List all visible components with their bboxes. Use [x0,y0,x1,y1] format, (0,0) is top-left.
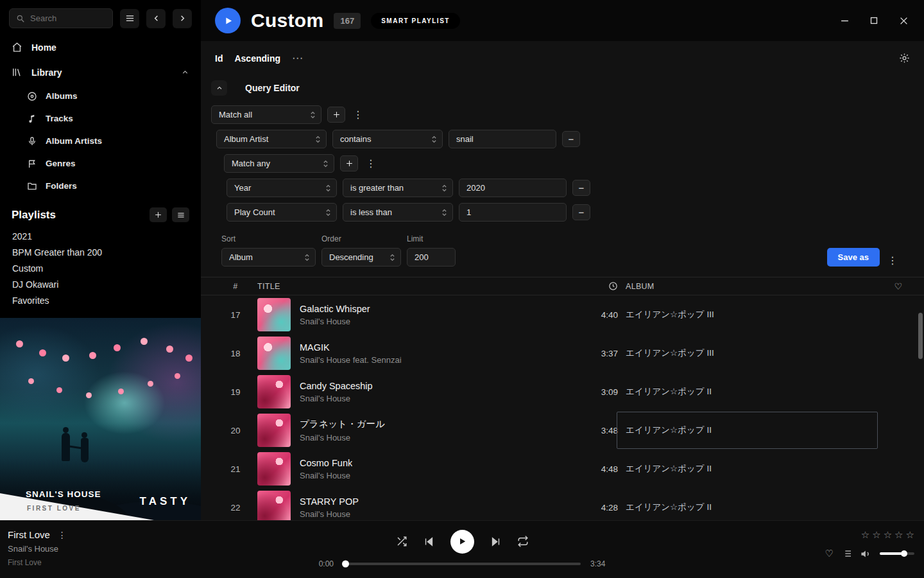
sidebar-item-album-artists[interactable]: Album Artists [0,130,201,152]
track-title[interactable]: MAGIK [300,342,402,353]
result-order-select[interactable]: Descending [321,248,401,267]
track-album[interactable]: エイリアン☆ポップ II [626,463,878,475]
settings-button[interactable] [899,53,910,64]
close-button[interactable] [897,14,910,27]
sidebar-item-tracks[interactable]: Tracks [0,107,201,130]
track-title[interactable]: プラネット・ガール [300,418,385,430]
add-rule-button[interactable] [340,155,358,171]
star-icon[interactable]: ☆ [894,529,903,541]
column-header-index[interactable]: # [221,282,250,291]
rule-value-input[interactable] [449,130,556,148]
playlist-item[interactable]: DJ Okawari [0,277,201,293]
group-options-button[interactable]: ⋮ [351,109,365,121]
track-title[interactable]: STARRY POP [300,496,359,507]
playlist-item[interactable]: Favorites [0,293,201,309]
track-artist[interactable]: Snail's House [300,509,359,519]
group-options-button[interactable]: ⋮ [364,157,378,170]
table-row[interactable]: 17 Galactic Whisper Snail's House 4:40 エ… [201,295,924,334]
table-row[interactable]: 18 MAGIK Snail's House feat. Sennzai 3:3… [201,334,924,372]
track-title[interactable]: Galactic Whisper [300,304,370,314]
match-type-select[interactable]: Match all [211,105,321,124]
volume-slider-thumb[interactable] [901,550,907,557]
table-row[interactable]: 19 Candy Spaceship Snail's House 3:09 エイ… [201,372,924,411]
now-playing-album[interactable]: First Love [8,558,67,567]
rule-value-input[interactable] [459,179,567,197]
match-type-select[interactable]: Match any [224,154,334,173]
playlist-list-options-button[interactable] [172,207,189,222]
remove-rule-button[interactable]: − [562,131,580,147]
table-row[interactable]: 22 STARRY POP Snail's House 4:28 エイリアン☆ポ… [201,488,924,520]
add-playlist-button[interactable] [150,207,167,222]
track-album[interactable]: エイリアン☆ポップ III [626,309,878,320]
track-artist[interactable]: Snail's House feat. Sennzai [300,355,402,365]
rule-operator-select[interactable]: is less than [343,203,453,222]
result-sort-select[interactable]: Album [221,248,316,267]
rule-operator-select[interactable]: contains [332,130,443,148]
track-artist[interactable]: Snail's House [300,433,385,442]
column-header-favorite[interactable]: ♡ [886,281,911,292]
collapse-query-editor-button[interactable] [211,80,227,96]
sidebar-item-folders[interactable]: Folders [0,175,201,197]
sidebar-item-library[interactable]: Library [0,60,201,85]
menu-button[interactable] [120,9,139,28]
now-playing-album-art[interactable]: SNAIL'S HOUSE FIRST LOVE TASTY [0,318,201,520]
playlist-item[interactable]: 2021 [0,229,201,245]
limit-input[interactable] [407,248,456,267]
sidebar-item-home[interactable]: Home [0,35,201,60]
rule-field-select[interactable]: Album Artist [216,130,327,148]
rule-operator-select[interactable]: is greater than [343,179,453,197]
track-title[interactable]: Candy Spaceship [300,381,373,391]
sidebar-item-albums[interactable]: Albums [0,85,201,107]
rule-field-select[interactable]: Play Count [227,203,337,222]
star-icon[interactable]: ☆ [861,529,869,541]
play-pause-button[interactable] [450,530,474,554]
queue-button[interactable] [842,548,852,559]
star-icon[interactable]: ☆ [884,529,892,541]
add-rule-button[interactable] [327,107,345,123]
star-icon[interactable]: ☆ [872,529,880,541]
column-header-title[interactable]: TITLE [257,282,563,291]
column-header-album[interactable]: ALBUM [626,282,878,291]
next-button[interactable] [490,536,501,547]
track-title[interactable]: Cosmo Funk [300,458,352,468]
track-album[interactable]: エイリアン☆ポップ II [626,386,878,398]
play-playlist-button[interactable] [215,8,241,33]
now-playing-artist[interactable]: Snail's House [8,544,67,554]
track-artist[interactable]: Snail's House [300,317,370,326]
playlist-item[interactable]: Custom [0,261,201,277]
scrollbar-thumb[interactable] [918,313,923,359]
track-album[interactable]: エイリアン☆ポップ III [626,347,878,359]
favorite-button[interactable]: ♡ [825,548,834,559]
sort-direction-button[interactable]: Ascending [234,53,280,64]
seek-slider-thumb[interactable] [342,561,349,568]
mute-button[interactable] [860,548,871,559]
sort-field-button[interactable]: Id [215,53,223,64]
track-album-focused[interactable]: エイリアン☆ポップ II [617,412,878,449]
column-header-duration[interactable] [570,281,618,291]
track-artist[interactable]: Snail's House [300,471,352,480]
playlist-item[interactable]: BPM Greater than 200 [0,245,201,261]
more-options-icon[interactable]: ⋯ [292,51,303,65]
track-album[interactable]: エイリアン☆ポップ II [626,502,878,513]
rule-value-input[interactable] [459,203,567,222]
nav-forward-button[interactable] [173,9,192,28]
volume-slider[interactable] [880,552,914,555]
star-icon[interactable]: ☆ [906,529,914,541]
track-options-icon[interactable]: ⋮ [58,530,67,540]
minimize-button[interactable] [838,14,851,27]
sidebar-item-genres[interactable]: Genres [0,152,201,175]
previous-button[interactable] [424,536,434,547]
remove-rule-button[interactable]: − [572,204,590,220]
search-input[interactable] [9,8,113,28]
repeat-button[interactable] [517,536,529,547]
maximize-button[interactable] [868,14,880,27]
save-options-button[interactable]: ⋮ [886,254,900,267]
nav-back-button[interactable] [146,9,166,28]
now-playing-title[interactable]: First Love [8,529,50,540]
table-row[interactable]: 20 プラネット・ガール Snail's House 3:48 エイリアン☆ポッ… [201,411,924,450]
remove-rule-button[interactable]: − [572,180,590,196]
save-as-button[interactable]: Save as [827,248,880,267]
rule-field-select[interactable]: Year [227,179,337,197]
search-field[interactable] [30,13,106,23]
table-row[interactable]: 21 Cosmo Funk Snail's House 4:48 エイリアン☆ポ… [201,450,924,488]
